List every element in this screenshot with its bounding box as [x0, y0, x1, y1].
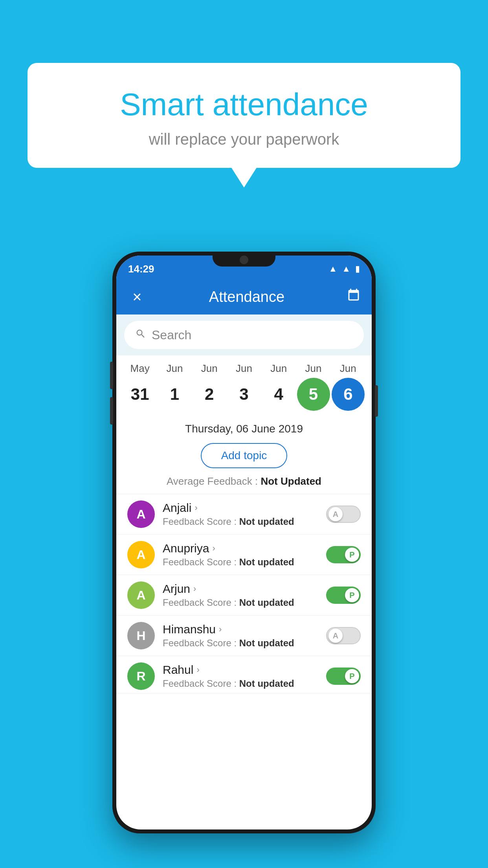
- student-name-himanshu: Himanshu ›: [163, 623, 318, 636]
- power-button: [375, 385, 378, 417]
- search-placeholder: Search: [152, 328, 191, 342]
- app-bar: × Attendance: [116, 279, 372, 314]
- toggle-knob-himanshu: A: [328, 629, 343, 643]
- search-input[interactable]: Search: [124, 321, 364, 349]
- status-time: 14:29: [128, 263, 154, 275]
- student-info-rahul: Rahul › Feedback Score : Not updated: [163, 663, 318, 689]
- toggle-knob-rahul: P: [345, 669, 359, 683]
- speech-bubble: Smart attendance will replace your paper…: [28, 63, 460, 168]
- student-avatar-rahul: R: [127, 662, 155, 690]
- student-avatar-arjun: A: [127, 581, 155, 609]
- calendar-strip: May Jun Jun Jun Jun Jun Jun 31 1 2 3 4 5…: [116, 355, 372, 415]
- student-item-anjali[interactable]: A Anjali › Feedback Score : Not updated: [116, 494, 372, 535]
- chevron-right-icon: ›: [193, 584, 196, 594]
- toggle-knob-anjali: A: [328, 507, 343, 521]
- student-name-arjun: Arjun ›: [163, 582, 318, 596]
- search-icon: [135, 328, 146, 342]
- chevron-right-icon: ›: [194, 503, 197, 513]
- month-3: Jun: [227, 362, 261, 375]
- bubble-subtitle: will replace your paperwork: [47, 131, 441, 148]
- student-list: A Anjali › Feedback Score : Not updated: [116, 494, 372, 693]
- calendar-months: May Jun Jun Jun Jun Jun Jun: [116, 362, 372, 375]
- avg-feedback-label: Average Feedback :: [167, 475, 258, 487]
- chevron-right-icon: ›: [196, 665, 199, 675]
- date-2[interactable]: 2: [193, 378, 226, 411]
- month-2: Jun: [193, 362, 226, 375]
- phone-screen: 14:29 ▲ ▲ ▮ × Attendance: [116, 256, 372, 829]
- toggle-himanshu[interactable]: A: [326, 627, 361, 644]
- student-feedback-anjali: Feedback Score : Not updated: [163, 516, 318, 527]
- search-container: Search: [116, 314, 372, 355]
- student-info-anupriya: Anupriya › Feedback Score : Not updated: [163, 542, 318, 568]
- student-feedback-arjun: Feedback Score : Not updated: [163, 597, 318, 608]
- student-item-rahul[interactable]: R Rahul › Feedback Score : Not updated: [116, 656, 372, 693]
- add-topic-container: Add topic: [116, 441, 372, 475]
- student-info-anjali: Anjali › Feedback Score : Not updated: [163, 501, 318, 527]
- student-name-anjali: Anjali ›: [163, 501, 318, 515]
- student-feedback-rahul: Feedback Score : Not updated: [163, 678, 318, 689]
- phone-notch: [213, 252, 275, 267]
- bubble-title: Smart attendance: [47, 86, 441, 123]
- toggle-anjali[interactable]: A: [326, 506, 361, 523]
- date-5[interactable]: 5: [297, 378, 330, 411]
- student-avatar-anjali: A: [127, 500, 155, 528]
- avg-feedback: Average Feedback : Not Updated: [116, 475, 372, 494]
- main-content: Thursday, 06 June 2019 Add topic Average…: [116, 415, 372, 693]
- chevron-right-icon: ›: [219, 624, 222, 634]
- app-title: Attendance: [155, 289, 339, 305]
- date-6[interactable]: 6: [332, 378, 365, 411]
- toggle-knob-arjun: P: [345, 588, 359, 602]
- front-camera: [240, 256, 248, 264]
- wifi-icon: ▲: [328, 264, 337, 274]
- volume-up-button: [110, 362, 113, 389]
- toggle-anupriya[interactable]: P: [326, 546, 361, 563]
- student-item-arjun[interactable]: A Arjun › Feedback Score : Not updated: [116, 575, 372, 616]
- phone-container: 14:29 ▲ ▲ ▮ × Attendance: [112, 252, 376, 833]
- student-feedback-himanshu: Feedback Score : Not updated: [163, 638, 318, 649]
- student-item-himanshu[interactable]: H Himanshu › Feedback Score : Not update…: [116, 616, 372, 656]
- student-avatar-anupriya: A: [127, 541, 155, 568]
- month-0: May: [123, 362, 156, 375]
- volume-down-button: [110, 397, 113, 425]
- month-4: Jun: [262, 362, 295, 375]
- student-name-rahul: Rahul ›: [163, 663, 318, 677]
- date-4[interactable]: 4: [262, 378, 295, 411]
- calendar-dates: 31 1 2 3 4 5 6: [116, 378, 372, 411]
- battery-icon: ▮: [355, 264, 360, 274]
- student-item-anupriya[interactable]: A Anupriya › Feedback Score : Not update…: [116, 535, 372, 575]
- avg-feedback-value: Not Updated: [261, 475, 321, 487]
- month-6: Jun: [332, 362, 365, 375]
- signal-icon: ▲: [342, 264, 350, 274]
- student-info-arjun: Arjun › Feedback Score : Not updated: [163, 582, 318, 608]
- student-info-himanshu: Himanshu › Feedback Score : Not updated: [163, 623, 318, 649]
- student-avatar-himanshu: H: [127, 622, 155, 649]
- toggle-arjun[interactable]: P: [326, 587, 361, 604]
- toggle-knob-anupriya: P: [345, 548, 359, 562]
- toggle-rahul[interactable]: P: [326, 668, 361, 685]
- date-3[interactable]: 3: [227, 378, 261, 411]
- date-1[interactable]: 1: [158, 378, 191, 411]
- month-5: Jun: [297, 362, 330, 375]
- student-name-anupriya: Anupriya ›: [163, 542, 318, 555]
- status-icons: ▲ ▲ ▮: [328, 264, 360, 274]
- month-1: Jun: [158, 362, 191, 375]
- close-button[interactable]: ×: [127, 288, 147, 306]
- add-topic-button[interactable]: Add topic: [201, 443, 288, 468]
- phone-frame: 14:29 ▲ ▲ ▮ × Attendance: [112, 252, 376, 833]
- selected-date: Thursday, 06 June 2019: [116, 415, 372, 441]
- chevron-right-icon: ›: [212, 543, 215, 554]
- date-0[interactable]: 31: [123, 378, 156, 411]
- student-feedback-anupriya: Feedback Score : Not updated: [163, 557, 318, 568]
- calendar-icon[interactable]: [347, 288, 361, 305]
